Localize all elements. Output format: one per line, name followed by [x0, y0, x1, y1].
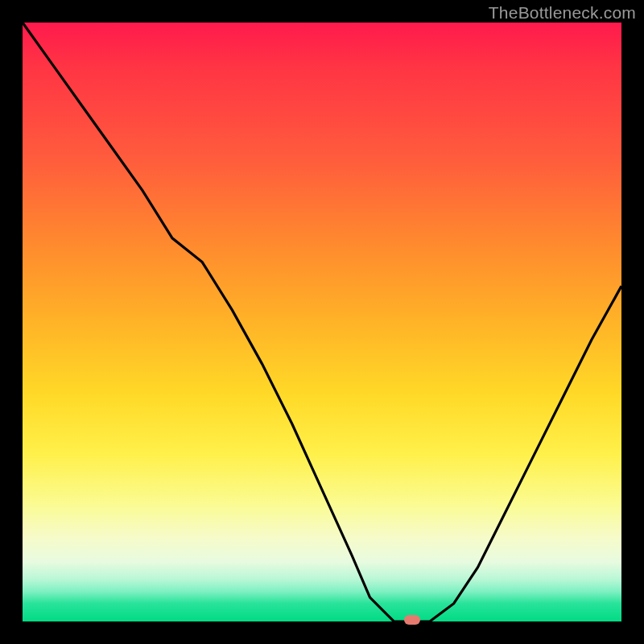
plot-area: [23, 23, 621, 621]
chart-frame: TheBottleneck.com: [0, 0, 644, 644]
optimum-marker: [404, 615, 420, 625]
watermark-text: TheBottleneck.com: [489, 3, 636, 23]
bottleneck-curve: [23, 23, 621, 621]
curve-path: [23, 23, 621, 621]
